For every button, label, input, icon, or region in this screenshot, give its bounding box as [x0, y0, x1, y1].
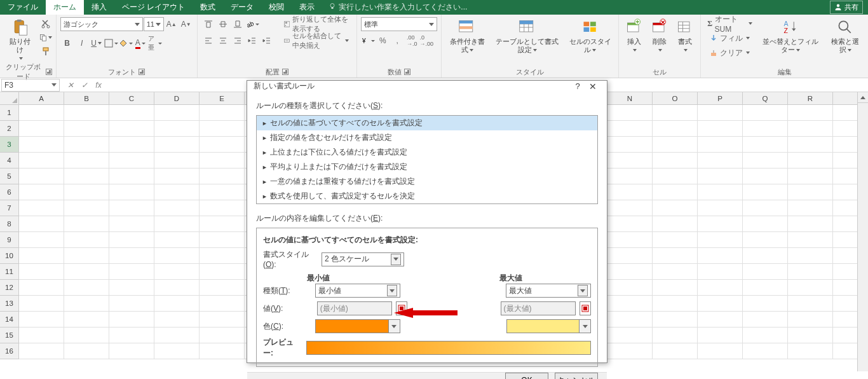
cancel-button[interactable]: キャンセル [555, 373, 598, 379]
tab-page-layout[interactable]: ページ レイアウト [114, 0, 193, 15]
ok-button[interactable]: OK [505, 373, 548, 379]
merge-center-button[interactable]: セルを結合して中央揃え [280, 34, 353, 48]
tab-formulas[interactable]: 数式 [193, 0, 223, 15]
row-header[interactable]: 13 [0, 296, 18, 312]
font-size-select[interactable]: 11 [144, 17, 164, 31]
increase-decimal-button[interactable]: .00→.0 [405, 34, 419, 48]
max-color-select[interactable] [506, 319, 591, 333]
bold-button[interactable]: B [60, 36, 74, 50]
col-header[interactable]: Q [743, 92, 788, 104]
row-header[interactable]: 16 [0, 343, 18, 359]
number-launcher[interactable] [404, 69, 410, 75]
wrap-text-button[interactable]: abc 折り返して全体を表示する [280, 17, 353, 31]
tab-review[interactable]: 校閲 [261, 0, 292, 15]
tab-view[interactable]: 表示 [292, 0, 322, 15]
col-header[interactable]: D [154, 92, 200, 104]
cancel-formula-icon[interactable]: ✕ [65, 79, 76, 91]
percent-button[interactable]: % [376, 34, 390, 48]
row-header[interactable]: 9 [0, 232, 18, 248]
rule-type-item[interactable]: ►上位または下位に入る値だけを書式設定 [257, 145, 597, 160]
row-header[interactable]: 1 [0, 105, 18, 121]
col-header[interactable]: B [64, 92, 109, 104]
number-format-select[interactable]: 標準 [361, 17, 437, 31]
accounting-format-button[interactable]: ¥ [361, 34, 375, 48]
row-header[interactable]: 11 [0, 264, 18, 280]
font-launcher[interactable] [139, 69, 145, 75]
align-middle-button[interactable] [216, 17, 230, 31]
rule-type-item[interactable]: ►セルの値に基づいてすべてのセルを書式設定 [257, 116, 597, 130]
enter-formula-icon[interactable]: ✓ [79, 79, 90, 91]
find-select-button[interactable]: 検索と選択 [827, 17, 864, 59]
min-type-select[interactable]: 最小値 [315, 284, 400, 298]
row-header[interactable]: 8 [0, 216, 18, 232]
border-button[interactable] [104, 36, 118, 50]
max-value-input[interactable]: (最大値) [501, 301, 576, 315]
vertical-scrollbar[interactable] [857, 92, 868, 371]
row-header[interactable]: 5 [0, 169, 18, 184]
decrease-font-button[interactable]: A▼ [179, 17, 193, 31]
align-left-button[interactable] [201, 34, 215, 48]
clipboard-launcher[interactable] [46, 69, 52, 75]
row-header[interactable]: 6 [0, 184, 18, 200]
autosum-button[interactable]: Σ オート SUM [705, 17, 755, 30]
dialog-help-button[interactable]: ? [570, 81, 585, 91]
max-type-select[interactable]: 最大値 [506, 284, 591, 298]
row-header[interactable]: 14 [0, 312, 18, 327]
align-center-button[interactable] [216, 34, 230, 48]
delete-cells-button[interactable]: 削除 [648, 17, 671, 55]
rule-type-list[interactable]: ►セルの値に基づいてすべてのセルを書式設定 ►指定の値を含むセルだけを書式設定 … [256, 115, 598, 204]
col-header[interactable]: O [653, 92, 698, 104]
phonetic-button[interactable]: ア亜 [148, 36, 162, 50]
clear-button[interactable]: クリア [705, 46, 755, 59]
row-header[interactable]: 2 [0, 121, 18, 137]
insert-cells-button[interactable]: 挿入 [623, 17, 646, 55]
share-button[interactable]: 共有 [830, 1, 863, 14]
format-painter-button[interactable] [39, 45, 52, 58]
tab-insert[interactable]: 挿入 [84, 0, 114, 15]
cut-button[interactable] [39, 17, 52, 30]
cell-styles-button[interactable]: セルのスタイル [566, 17, 614, 55]
select-all-corner[interactable] [0, 92, 19, 105]
col-header[interactable]: N [607, 92, 653, 104]
format-as-table-button[interactable]: テーブルとして書式設定 [491, 17, 563, 55]
tell-me-input[interactable]: 実行したい作業を入力してください... [329, 2, 467, 13]
decrease-decimal-button[interactable]: .0→.00 [419, 34, 433, 48]
row-header[interactable]: 10 [0, 248, 18, 264]
increase-font-button[interactable]: A▲ [165, 17, 179, 31]
align-top-button[interactable] [201, 17, 215, 31]
increase-indent-button[interactable] [260, 34, 274, 48]
fill-button[interactable]: フィル [705, 32, 755, 45]
row-header[interactable]: 3 [0, 137, 18, 153]
fill-color-button[interactable] [119, 36, 133, 50]
copy-button[interactable] [39, 31, 52, 44]
tab-home[interactable]: ホーム [46, 0, 84, 15]
format-cells-button[interactable]: 書式 [674, 17, 696, 55]
dialog-close-button[interactable]: ✕ [585, 81, 600, 92]
align-bottom-button[interactable] [231, 17, 245, 31]
tab-data[interactable]: データ [223, 0, 261, 15]
row-header[interactable]: 4 [0, 153, 18, 169]
align-right-button[interactable] [231, 34, 245, 48]
col-header[interactable]: E [200, 92, 245, 104]
dialog-titlebar[interactable]: 新しい書式ルール ? ✕ [247, 81, 607, 92]
row-header[interactable]: 12 [0, 280, 18, 296]
font-color-button[interactable]: A [133, 36, 147, 50]
alignment-launcher[interactable] [282, 69, 288, 75]
min-value-input[interactable]: (最小値) [317, 301, 392, 315]
format-style-select[interactable]: 2 色スケール [322, 252, 404, 266]
sort-filter-button[interactable]: AZ 並べ替えとフィルター [757, 17, 824, 59]
scroll-up-button[interactable] [858, 92, 868, 103]
comma-button[interactable]: , [390, 34, 404, 48]
tab-file[interactable]: ファイル [0, 0, 46, 15]
min-color-select[interactable] [315, 319, 400, 333]
name-box[interactable]: F3 [1, 79, 60, 92]
rule-type-item[interactable]: ►平均より上または下の値だけを書式設定 [257, 160, 597, 174]
conditional-formatting-button[interactable]: 条件付き書式 [445, 17, 489, 55]
rule-type-item[interactable]: ►数式を使用して、書式設定するセルを決定 [257, 189, 597, 203]
paste-button[interactable]: 貼り付け [4, 17, 37, 64]
underline-button[interactable]: U [90, 36, 104, 50]
col-header[interactable]: P [698, 92, 743, 104]
rule-type-item[interactable]: ►一意の値または重複する値だけを書式設定 [257, 174, 597, 189]
fx-icon[interactable]: fx [93, 79, 104, 91]
decrease-indent-button[interactable] [245, 34, 259, 48]
